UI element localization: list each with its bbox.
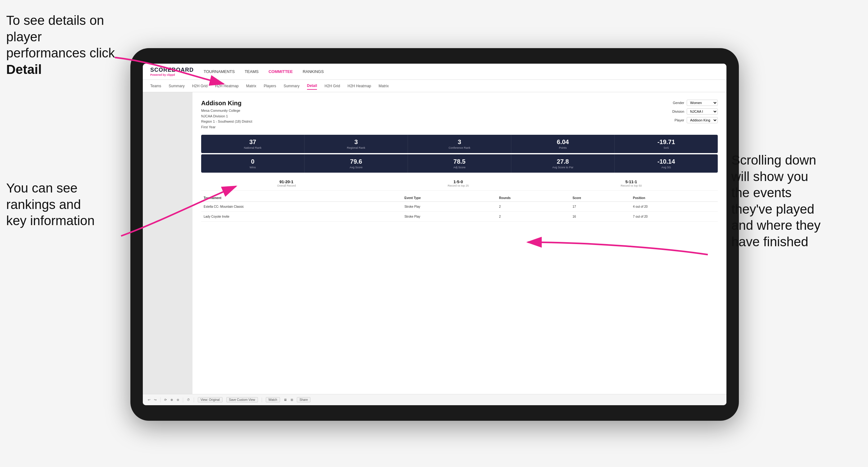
nav-tournaments[interactable]: TOURNAMENTS xyxy=(204,68,235,75)
tournament-name-1: Estella CC- Mountain Classic xyxy=(201,202,402,212)
player-label: Player xyxy=(667,118,684,122)
score-2: 16 xyxy=(570,212,630,222)
score-1: 17 xyxy=(570,202,630,212)
tab-summary2[interactable]: Summary xyxy=(283,83,299,89)
stat-avg-score: 79.6 Avg Score xyxy=(305,154,408,173)
minus-button[interactable]: ⊖ xyxy=(177,398,179,402)
col-event-type: Event Type xyxy=(402,194,497,202)
undo-button[interactable]: ↩ xyxy=(148,398,150,402)
bottom-toolbar: ↩ ↪ ⟳ ⊕ ⊖ ⏱ View: Original Save Custom V… xyxy=(143,394,726,405)
logo-scoreboard: SCOREBOARD xyxy=(150,67,194,73)
nav-committee[interactable]: COMMITTEE xyxy=(269,68,293,75)
division-label: Division xyxy=(667,110,684,113)
player-select[interactable]: Addison King xyxy=(687,117,718,123)
stat-value-wins: 0 xyxy=(204,158,302,165)
record-label-overall: Overall Record xyxy=(277,184,296,187)
col-empty xyxy=(366,194,402,202)
grid-button[interactable]: ⊞ xyxy=(290,398,293,402)
tab-matrix[interactable]: Matrix xyxy=(246,83,256,89)
stat-value-avg-score: 79.6 xyxy=(307,158,405,165)
stat-label-regional-rank: Regional Rank xyxy=(307,146,405,149)
records-row: 91-20-1 Overall Record 1-5-0 Record vs t… xyxy=(201,176,718,191)
stat-adj-score: 78.5 Adj Score xyxy=(408,154,511,173)
player-name: Addison King xyxy=(201,100,252,107)
tab-teams[interactable]: Teams xyxy=(150,83,161,89)
event-type-1: Stroke Play xyxy=(402,202,497,212)
player-info: Addison King Mesa Community College NJCA… xyxy=(201,100,252,130)
nav-teams[interactable]: TEAMS xyxy=(245,68,258,75)
stat-value-regional-rank: 3 xyxy=(307,138,405,146)
player-region: Region 1 - Southwest (18) District xyxy=(201,119,252,125)
zoom-button[interactable]: ⊕ xyxy=(170,398,173,402)
gender-select[interactable]: Women xyxy=(687,100,718,106)
stats-grid-2: 0 Wins 79.6 Avg Score 78.5 Adj Score 27.… xyxy=(201,154,718,173)
col-score: Score xyxy=(570,194,630,202)
stat-avg-score-par: 27.8 Avg Score to Par xyxy=(511,154,615,173)
data-table: Tournament Event Type Rounds Score Posit… xyxy=(201,194,718,222)
record-value-top25: 1-5-0 xyxy=(448,180,469,184)
stat-value-sos: -19.71 xyxy=(617,138,715,146)
division-select[interactable]: NJCAA I xyxy=(687,108,718,115)
tab-h2h-grid[interactable]: H2H Grid xyxy=(192,83,208,89)
player-controls: Gender Women Division NJCAA I xyxy=(667,100,718,123)
player-control: Player Addison King xyxy=(667,117,718,123)
player-division: NJCAA Division 1 xyxy=(201,114,252,119)
refresh-button[interactable]: ⟳ xyxy=(164,398,167,402)
tab-detail[interactable]: Detail xyxy=(307,82,317,90)
share-button[interactable]: Share xyxy=(297,397,311,402)
stat-wins: 0 Wins xyxy=(201,154,305,173)
stats-grid-1: 37 National Rank 3 Regional Rank 3 Confe… xyxy=(201,135,718,153)
tab-h2h-heatmap2[interactable]: H2H Heatmap xyxy=(347,83,371,89)
tab-summary[interactable]: Summary xyxy=(168,83,184,89)
tab-h2h-grid2[interactable]: H2H Grid xyxy=(324,83,340,89)
tab-h2h-heatmap[interactable]: H2H Heatmap xyxy=(215,83,239,89)
toolbar-sep-2 xyxy=(183,398,183,402)
save-custom-view-button[interactable]: Save Custom View xyxy=(226,397,258,402)
monitor-button[interactable]: 🖥 xyxy=(284,398,287,402)
player-header: Addison King Mesa Community College NJCA… xyxy=(201,100,718,130)
tablet-frame: SCOREBOARD Powered by clippd TOURNAMENTS… xyxy=(130,48,739,421)
record-label-top50: Record vs top 50 xyxy=(621,184,642,187)
stat-value-avg-sg: -10.14 xyxy=(617,158,715,165)
tournament-name-2: Lady Coyote Invite xyxy=(201,212,402,222)
stat-value-avg-score-par: 27.8 xyxy=(514,158,612,165)
stat-value-points: 6.04 xyxy=(514,138,612,146)
position-2: 7 out of 20 xyxy=(630,212,718,222)
toolbar-sep-4 xyxy=(262,398,262,402)
annotation-bottomright: Scrolling down will show you the events … xyxy=(732,152,862,250)
record-value-top50: 5-11-1 xyxy=(621,180,642,184)
record-top50: 5-11-1 Record vs top 50 xyxy=(621,180,642,187)
tab-matrix2[interactable]: Matrix xyxy=(379,83,389,89)
stat-value-adj-score: 78.5 xyxy=(410,158,508,165)
stat-label-sos: SoS xyxy=(617,146,715,149)
rounds-1: 2 xyxy=(497,202,570,212)
stat-label-avg-score-par: Avg Score to Par xyxy=(514,166,612,169)
toolbar-sep-1 xyxy=(160,398,160,402)
stat-label-avg-score: Avg Score xyxy=(307,166,405,169)
stat-label-conference-rank: Conference Rank xyxy=(410,146,508,149)
top-nav-items: TOURNAMENTS TEAMS COMMITTEE RANKINGS xyxy=(204,68,324,75)
logo-area: SCOREBOARD Powered by clippd xyxy=(150,67,194,76)
watch-button[interactable]: Watch xyxy=(266,397,280,402)
second-nav: Teams Summary H2H Grid H2H Heatmap Matri… xyxy=(143,80,726,92)
toolbar-sep-3 xyxy=(194,398,194,402)
stat-national-rank: 37 National Rank xyxy=(201,135,305,153)
gender-control: Gender Women xyxy=(667,100,718,106)
stat-label-avg-sg: Avg SG xyxy=(617,166,715,169)
table-row: Lady Coyote Invite Stroke Play 2 16 7 ou… xyxy=(201,212,718,222)
main-content: Addison King Mesa Community College NJCA… xyxy=(143,92,726,394)
brand-name: clippd xyxy=(167,73,175,76)
gender-label: Gender xyxy=(667,101,684,105)
player-year: First Year xyxy=(201,125,252,130)
clock-button[interactable]: ⏱ xyxy=(187,398,190,402)
record-top25: 1-5-0 Record vs top 25 xyxy=(448,180,469,187)
nav-rankings[interactable]: RANKINGS xyxy=(303,68,324,75)
view-original-button[interactable]: View: Original xyxy=(198,397,223,402)
stat-conference-rank: 3 Conference Rank xyxy=(408,135,511,153)
rounds-2: 2 xyxy=(497,212,570,222)
division-control: Division NJCAA I xyxy=(667,108,718,115)
redo-button[interactable]: ↪ xyxy=(154,398,156,402)
tab-players[interactable]: Players xyxy=(264,83,276,89)
left-panel xyxy=(143,92,192,394)
stat-label-points: Points xyxy=(514,146,612,149)
